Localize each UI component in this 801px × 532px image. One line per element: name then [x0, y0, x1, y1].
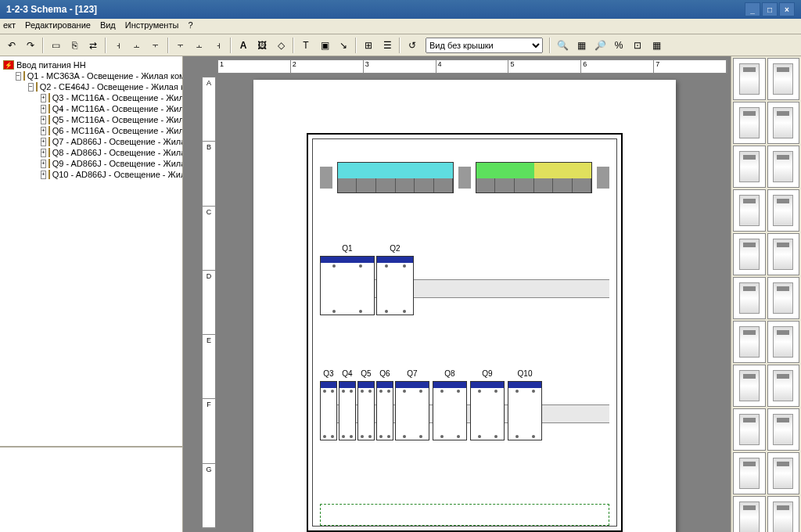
menu-tools[interactable]: Инструменты: [125, 20, 179, 32]
image-tool[interactable]: 🖼: [253, 37, 271, 54]
minimize-button[interactable]: _: [745, 2, 760, 16]
component-thumbnail: [773, 195, 793, 226]
tree-item[interactable]: +Q5 - MC116A - Освещение - Жилая: [3, 114, 179, 125]
zoom-in-button[interactable]: 🔍: [554, 37, 571, 54]
tree-item[interactable]: +Q9 - AD866J - Освещение - Жилая: [3, 158, 179, 169]
grid-toggle[interactable]: ▦: [648, 37, 665, 54]
device-q1[interactable]: Q1: [320, 244, 375, 315]
expand-icon[interactable]: +: [41, 171, 46, 179]
palette-item[interactable]: [733, 189, 766, 232]
palette-item[interactable]: [767, 496, 800, 532]
tree-item[interactable]: +Q6 - MC116A - Освещение - Жилая: [3, 125, 179, 136]
palette-item[interactable]: [733, 365, 766, 407]
close-button[interactable]: ×: [779, 2, 795, 16]
expand-icon[interactable]: −: [16, 72, 21, 81]
align-center[interactable]: ⫠: [128, 37, 145, 54]
expand-icon[interactable]: +: [41, 138, 46, 146]
align-right[interactable]: ⫟: [147, 37, 164, 54]
zoom-window-button[interactable]: %: [610, 37, 627, 54]
pointer-tool[interactable]: ↘: [335, 37, 352, 54]
device-q4[interactable]: Q4: [339, 369, 356, 440]
maximize-button[interactable]: □: [762, 2, 778, 16]
expand-icon[interactable]: +: [41, 149, 46, 157]
palette-item[interactable]: [767, 365, 800, 407]
menu-view[interactable]: Вид: [100, 20, 116, 32]
tree-item[interactable]: +Q3 - MC116A - Освещение - Жилая: [3, 92, 179, 103]
layer-tool[interactable]: ☰: [379, 37, 396, 54]
copy-button[interactable]: ⎘: [66, 37, 83, 54]
palette-item[interactable]: [767, 233, 800, 275]
device-label: Q1: [320, 244, 375, 253]
palette-item[interactable]: [767, 277, 800, 319]
redo-button[interactable]: ↷: [22, 37, 39, 54]
tree-item[interactable]: +Q10 - AD866J - Освещение - Жила: [3, 169, 179, 180]
tree-item[interactable]: −Q1 - MC363A - Освещение - Жилая комна: [3, 70, 179, 81]
device-icon: [36, 82, 38, 92]
palette-item[interactable]: [767, 102, 800, 144]
view-mode-dropdown[interactable]: Вид без крышки: [426, 38, 543, 53]
palette-item[interactable]: [767, 452, 800, 494]
tree-item[interactable]: −Q2 - CE464J - Освещение - Жилая ком: [3, 81, 179, 92]
label-strip[interactable]: [320, 504, 609, 526]
expand-icon[interactable]: −: [28, 83, 34, 92]
palette-item[interactable]: [733, 321, 766, 363]
device-q8[interactable]: Q8: [433, 369, 467, 440]
busbar-row[interactable]: [320, 158, 609, 197]
align-middle[interactable]: ⫠: [191, 37, 208, 54]
palette-item[interactable]: [733, 58, 766, 100]
expand-icon[interactable]: +: [41, 127, 46, 135]
palette-item[interactable]: [733, 408, 766, 451]
expand-icon[interactable]: +: [41, 116, 46, 124]
device-q3[interactable]: Q3: [320, 369, 337, 440]
tree-root[interactable]: ⚡ Ввод питания НН: [3, 59, 179, 70]
expand-icon[interactable]: +: [41, 160, 46, 168]
component-thumbnail: [739, 107, 760, 138]
drawing-page[interactable]: Q1Q2 Q3Q4Q5Q6Q7Q8Q9Q10: [253, 80, 676, 532]
align-bottom[interactable]: ⫞: [210, 37, 227, 54]
terminal-block-neutral[interactable]: [337, 162, 454, 193]
menu-help[interactable]: ?: [188, 20, 192, 32]
palette-item[interactable]: [733, 277, 766, 319]
grid-tool[interactable]: ⊞: [360, 37, 377, 54]
palette-item[interactable]: [733, 102, 766, 144]
palette-item[interactable]: [733, 233, 766, 275]
device-q10[interactable]: Q10: [508, 369, 542, 440]
fit-page-button[interactable]: ▦: [573, 37, 590, 54]
menu-edit[interactable]: Редактирование: [25, 20, 91, 32]
palette-item[interactable]: [733, 146, 766, 188]
device-q2[interactable]: Q2: [376, 244, 414, 315]
tree-item[interactable]: +Q4 - MC116A - Освещение - Жилая: [3, 103, 179, 114]
align-left[interactable]: ⫞: [110, 37, 127, 54]
tree-item[interactable]: +Q7 - AD866J - Освещение - Жилая: [3, 136, 179, 147]
palette-item[interactable]: [733, 452, 766, 494]
palette-item[interactable]: [767, 189, 800, 232]
text-tool[interactable]: A: [235, 37, 252, 54]
shape-tool[interactable]: ◇: [272, 37, 289, 54]
expand-icon[interactable]: +: [41, 94, 46, 102]
zoom-out-button[interactable]: 🔎: [591, 37, 609, 54]
label-tool[interactable]: ▣: [316, 37, 333, 54]
device-q6[interactable]: Q6: [376, 369, 393, 440]
align-top[interactable]: ⫟: [172, 37, 189, 54]
palette-item[interactable]: [767, 321, 800, 363]
palette-item[interactable]: [733, 496, 766, 532]
menu-project[interactable]: ект: [3, 20, 16, 32]
component-thumbnail: [773, 414, 793, 445]
redraw-button[interactable]: ↺: [404, 37, 421, 54]
palette-item[interactable]: [767, 58, 800, 100]
project-tree[interactable]: ⚡ Ввод питания НН −Q1 - MC363A - Освещен…: [0, 56, 182, 446]
select-tool[interactable]: ▭: [47, 37, 64, 54]
swap-button[interactable]: ⇄: [84, 37, 102, 54]
tree-item[interactable]: +Q8 - AD866J - Освещение - Жилая: [3, 147, 179, 158]
device-q5[interactable]: Q5: [357, 369, 375, 440]
canvas-area[interactable]: 1234567 ABCDEFG Q1Q2: [183, 56, 731, 532]
device-q7[interactable]: Q7: [395, 369, 429, 440]
undo-button[interactable]: ↶: [3, 37, 20, 54]
layout-button[interactable]: ⊡: [629, 37, 646, 54]
text-field-tool[interactable]: T: [297, 37, 314, 54]
palette-item[interactable]: [767, 146, 800, 188]
expand-icon[interactable]: +: [41, 105, 46, 113]
palette-item[interactable]: [767, 408, 800, 451]
terminal-block-earth[interactable]: [476, 162, 592, 193]
device-q9[interactable]: Q9: [470, 369, 505, 440]
